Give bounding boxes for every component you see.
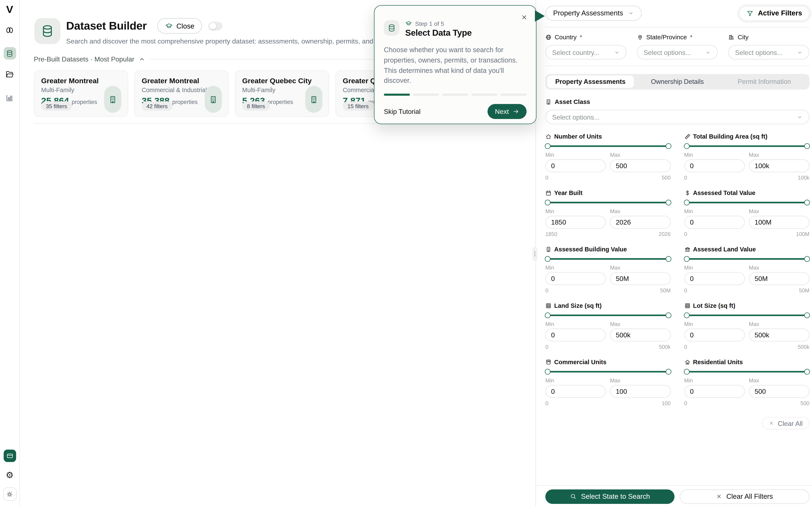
min-input[interactable] bbox=[684, 329, 745, 341]
clear-all-button[interactable]: Clear All bbox=[762, 417, 809, 430]
office-icon bbox=[209, 95, 218, 104]
card-icon-pill bbox=[104, 86, 121, 113]
range-slider[interactable] bbox=[684, 199, 809, 205]
min-input[interactable] bbox=[545, 159, 606, 172]
active-filters-button[interactable]: Active Filters bbox=[739, 6, 809, 20]
settings-gear-icon[interactable]: ⚙ bbox=[6, 471, 14, 480]
location-select[interactable]: Select options... bbox=[637, 45, 718, 60]
theme-toggle-button[interactable] bbox=[3, 487, 16, 501]
chevron-down-icon bbox=[797, 114, 803, 120]
slider-handle-max[interactable] bbox=[804, 200, 810, 205]
slider-handle-max[interactable] bbox=[665, 143, 671, 149]
folder-icon[interactable] bbox=[5, 70, 14, 79]
slider-handle-max[interactable] bbox=[804, 143, 810, 149]
progress-segment bbox=[442, 94, 468, 96]
select-state-to-search-button[interactable]: Select State to Search bbox=[545, 489, 674, 504]
min-input[interactable] bbox=[545, 272, 606, 285]
range-slider[interactable] bbox=[684, 369, 809, 375]
slider-handle-max[interactable] bbox=[665, 200, 671, 205]
max-input[interactable] bbox=[610, 329, 670, 341]
slider-handle-max[interactable] bbox=[665, 313, 671, 318]
chevron-down-icon bbox=[628, 10, 634, 16]
asset-class-select[interactable]: Select options... bbox=[545, 110, 809, 124]
slider-handle-min[interactable] bbox=[545, 369, 550, 375]
filter-label: Residential Units bbox=[684, 358, 809, 366]
min-input[interactable] bbox=[545, 329, 606, 341]
clear-all-filters-button[interactable]: Clear All Filters bbox=[679, 489, 809, 504]
max-input[interactable] bbox=[749, 216, 809, 229]
max-input[interactable] bbox=[749, 272, 809, 285]
close-tutorial-button[interactable]: Close bbox=[157, 18, 202, 34]
dataset-type-dropdown[interactable]: Property Assessments bbox=[545, 6, 642, 21]
field-label: City bbox=[728, 34, 809, 41]
app-logo: V bbox=[6, 4, 13, 14]
dataset-card[interactable]: Greater Quebec City Multi-Family 5,263 p… bbox=[235, 70, 329, 117]
location-select[interactable]: Select country... bbox=[545, 45, 626, 60]
slider-handle-min[interactable] bbox=[683, 200, 689, 205]
home-icon bbox=[684, 359, 691, 365]
tab-ownership-details[interactable]: Ownership Details bbox=[634, 76, 721, 88]
analytics-icon[interactable] bbox=[5, 94, 14, 103]
slider-handle-min[interactable] bbox=[545, 143, 550, 149]
filter-label: Assessed Land Value bbox=[684, 246, 809, 253]
chevron-up-icon[interactable] bbox=[139, 56, 145, 62]
tutorial-toggle[interactable] bbox=[208, 21, 223, 31]
max-input[interactable] bbox=[749, 329, 809, 341]
brain-icon[interactable] bbox=[5, 26, 14, 35]
range-max-bound: 50M bbox=[799, 288, 809, 293]
max-input[interactable] bbox=[610, 385, 670, 398]
max-label: Max bbox=[610, 208, 670, 214]
slider-handle-max[interactable] bbox=[804, 313, 810, 318]
slider-handle-max[interactable] bbox=[665, 256, 671, 262]
max-label: Max bbox=[749, 377, 809, 383]
range-max-bound: 100 bbox=[662, 400, 670, 406]
slider-handle-min[interactable] bbox=[683, 256, 689, 262]
slider-handle-min[interactable] bbox=[683, 369, 689, 375]
min-input[interactable] bbox=[684, 385, 745, 398]
slider-handle-max[interactable] bbox=[804, 256, 810, 262]
tab-permit-information[interactable]: Permit Information bbox=[721, 76, 808, 88]
filter-label: Lot Size (sq ft) bbox=[684, 302, 809, 309]
next-button[interactable]: Next bbox=[488, 104, 526, 119]
range-slider[interactable] bbox=[545, 369, 670, 375]
slider-handle-min[interactable] bbox=[545, 256, 550, 262]
min-input[interactable] bbox=[684, 159, 745, 172]
range-max-bound: 500 bbox=[800, 400, 809, 406]
slider-handle-min[interactable] bbox=[545, 200, 550, 205]
min-input[interactable] bbox=[684, 216, 745, 229]
location-select[interactable]: Select options... bbox=[728, 45, 809, 60]
close-icon[interactable] bbox=[521, 14, 527, 21]
slider-handle-min[interactable] bbox=[545, 313, 550, 318]
max-input[interactable] bbox=[610, 216, 670, 229]
range-slider[interactable] bbox=[545, 256, 670, 262]
slider-handle-max[interactable] bbox=[665, 369, 671, 375]
slider-handle-min[interactable] bbox=[683, 143, 689, 149]
sidebar-item-cards[interactable] bbox=[3, 450, 16, 462]
min-input[interactable] bbox=[684, 272, 745, 285]
range-slider[interactable] bbox=[684, 143, 809, 149]
location-field: Country * Select country... bbox=[545, 34, 626, 59]
max-input[interactable] bbox=[610, 159, 670, 172]
dataset-card[interactable]: Greater Montreal Commercial & Industrial… bbox=[134, 70, 229, 117]
tab-property-assessments[interactable]: Property Assessments bbox=[547, 76, 634, 88]
min-input[interactable] bbox=[545, 216, 606, 229]
panel-footer: Select State to Search Clear All Filters bbox=[536, 485, 812, 507]
slider-handle-max[interactable] bbox=[804, 369, 810, 375]
max-input[interactable] bbox=[749, 159, 809, 172]
slider-handle-min[interactable] bbox=[683, 313, 689, 318]
range-slider[interactable] bbox=[684, 312, 809, 318]
max-input[interactable] bbox=[749, 385, 809, 398]
min-input[interactable] bbox=[545, 385, 606, 398]
range-slider[interactable] bbox=[545, 199, 670, 205]
dataset-card[interactable]: Greater Montreal Multi-Family 25,864 pro… bbox=[34, 70, 128, 117]
graduation-cap-icon bbox=[405, 20, 412, 27]
sidebar-item-datasets[interactable] bbox=[3, 47, 16, 60]
grid-icon bbox=[684, 303, 691, 309]
panel-resize-handle[interactable]: ⋮ bbox=[532, 247, 538, 261]
max-input[interactable] bbox=[610, 272, 670, 285]
range-slider[interactable] bbox=[684, 256, 809, 262]
slider-track bbox=[545, 258, 670, 260]
range-slider[interactable] bbox=[545, 143, 670, 149]
range-slider[interactable] bbox=[545, 312, 670, 318]
skip-tutorial-link[interactable]: Skip Tutorial bbox=[384, 108, 420, 116]
